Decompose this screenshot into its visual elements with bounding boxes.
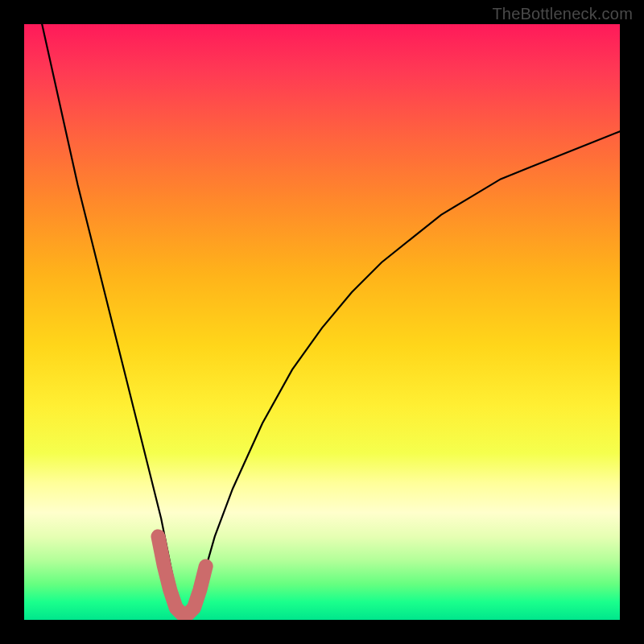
bottleneck-curve <box>42 24 620 614</box>
chart-plot-area <box>24 24 620 620</box>
highlight-u-curve <box>159 536 206 613</box>
watermark-text: TheBottleneck.com <box>492 5 633 23</box>
chart-svg <box>24 24 620 620</box>
